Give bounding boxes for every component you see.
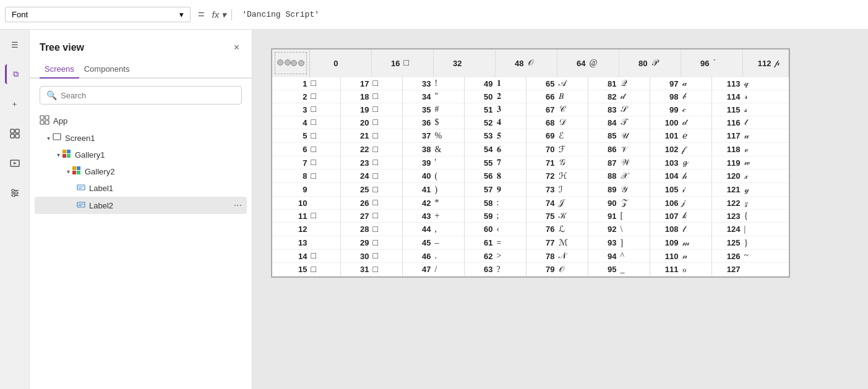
table-row-10-col-7-num: 122 (712, 197, 743, 210)
table-row-3-col-5-char: 𝒮 (619, 103, 650, 116)
table-row-6-col-1-num: 22 (341, 143, 372, 156)
screen-icon (53, 133, 61, 143)
table-row-15-col-4-char: 𝒪 (557, 263, 588, 276)
close-button[interactable]: × (231, 40, 242, 56)
table-row-6-col-6-char: 𝒻 (681, 143, 712, 156)
table-row-2-col-4-char: 𝐵 (557, 90, 588, 103)
media-icon[interactable] (5, 153, 25, 173)
table-row-11: 11□27□43+59;75𝒦91[107𝓀123{ (272, 210, 789, 223)
table-row-7-col-3-char: 𝟕 (496, 156, 526, 169)
tree-item-screen1[interactable]: ▾ Screen1 (35, 130, 247, 147)
table-row-2-col-4-num: 66 (526, 90, 557, 103)
svg-rect-21 (77, 166, 80, 170)
collapse-toggle-gallery2[interactable]: ▾ (67, 168, 70, 175)
tree-header: Tree view × (30, 30, 252, 61)
table-row-5-col-4-char: ℰ (557, 129, 588, 143)
formula-bar[interactable]: 'Dancing Script' (237, 10, 863, 19)
table-row-15-col-1-char: □ (372, 263, 403, 276)
tree-item-app[interactable]: App (35, 112, 247, 130)
font-dropdown-label: Font (12, 10, 28, 19)
table-row-5-col-6-num: 101 (650, 129, 681, 143)
table-row-10-col-7-char: 𝓏 (743, 197, 774, 210)
collapse-toggle-screen1[interactable]: ▾ (47, 135, 50, 142)
svg-rect-24 (77, 185, 85, 190)
table-row-13-col-5-char: ] (619, 236, 650, 250)
table-row-10-col-1-num: 26 (341, 197, 372, 210)
insert-icon[interactable]: + (5, 94, 25, 114)
content-area: 016□3248𝒪64@80𝒫96`112𝓅1□17□33!49𝟏65𝒜81𝒬9… (252, 30, 868, 389)
hamburger-icon[interactable]: ☰ (5, 35, 25, 54)
table-row-15-col-7-num: 127 (712, 263, 743, 276)
table-row-12-col-7-char: | (743, 223, 774, 236)
advanced-tools-icon[interactable] (5, 183, 25, 203)
table-row-14-col-5-num: 94 (588, 250, 619, 263)
table-row-2-col-2-char: " (434, 90, 465, 103)
table-row-4-col-7-char: 𝓉 (743, 116, 774, 129)
table-row-12-col-2-char: , (434, 223, 465, 236)
table-row-8-col-6-char: 𝒽 (681, 169, 712, 183)
more-options-button[interactable]: ··· (234, 200, 242, 211)
table-row-10-col-5-num: 90 (588, 197, 619, 210)
tab-screens[interactable]: Screens (40, 61, 79, 79)
label1-icon (77, 183, 85, 194)
table-row-14-col-2-num: 46 (403, 250, 434, 263)
svg-rect-3 (15, 134, 19, 138)
table-row-12-col-1-num: 28 (341, 223, 372, 236)
tab-components[interactable]: Components (79, 61, 135, 79)
table-row-6-col-5-char: 𝒱 (619, 143, 650, 156)
layers-icon[interactable]: ⧉ (5, 64, 25, 84)
table-row-8-col-0-num: 8 (272, 169, 310, 183)
tree-item-gallery1[interactable]: ▾ Gallery1 (35, 147, 247, 163)
table-row-0-col-2-char (465, 49, 496, 77)
svg-rect-17 (67, 150, 71, 153)
table-row-9-col-1-char: □ (372, 183, 403, 197)
table-row-9-col-4-char: ℐ (557, 183, 588, 197)
table-row-7-col-7-num: 119 (712, 156, 743, 169)
table-row-2-col-2-num: 34 (403, 90, 434, 103)
tree-item-label1[interactable]: Label1 (35, 180, 247, 197)
table-row-13-col-3-char: = (496, 236, 526, 250)
table-row-3-col-0-num: 3 (272, 103, 310, 116)
tree-item-gallery2[interactable]: ▾ Gallery2 (35, 163, 247, 180)
table-row-12-col-2-num: 44 (403, 223, 434, 236)
table-row-1-col-4-num: 65 (526, 77, 557, 90)
collapse-toggle-gallery1[interactable]: ▾ (57, 152, 60, 158)
table-row-2-col-5-num: 82 (588, 90, 619, 103)
table-row-4-col-4-num: 68 (526, 116, 557, 129)
table-row-0-col-6-char: ` (712, 49, 743, 77)
table-row-8-col-2-char: ( (434, 169, 465, 183)
fx-button[interactable]: fx ▾ (212, 9, 233, 20)
table-row-13-col-1-char: □ (372, 236, 403, 250)
table-row-8-col-1-char: □ (372, 169, 403, 183)
svg-rect-19 (67, 154, 71, 158)
table-row-1-col-5-char: 𝒬 (619, 77, 650, 90)
table-row-7-col-2-char: ' (434, 156, 465, 169)
table-row-14-col-7-num: 126 (712, 250, 743, 263)
font-table: 016□3248𝒪64@80𝒫96`112𝓅1□17□33!49𝟏65𝒜81𝒬9… (271, 48, 790, 278)
table-row-15-col-5-char: _ (619, 263, 650, 276)
svg-rect-27 (77, 202, 85, 207)
table-row-13-col-4-char: ℳ (557, 236, 588, 250)
table-row-10-col-4-num: 74 (526, 197, 557, 210)
svg-rect-1 (15, 129, 19, 133)
tree-items: App ▾ Screen1 ▾ (30, 112, 252, 389)
fx-chevron-icon: ▾ (221, 9, 226, 20)
character-table: 016□3248𝒪64@80𝒫96`112𝓅1□17□33!49𝟏65𝒜81𝒬9… (272, 49, 789, 276)
table-row-11-col-6-num: 107 (650, 210, 681, 223)
table-row-2-col-0-num: 2 (272, 90, 310, 103)
table-row-14-col-4-char: 𝒩 (557, 250, 588, 263)
table-row-3-col-6-char: 𝒸 (681, 103, 712, 116)
search-icon: 🔍 (46, 90, 57, 100)
table-row-13-col-5-num: 93 (588, 236, 619, 250)
font-dropdown[interactable]: Font ▾ (5, 7, 191, 22)
table-row-4-col-3-num: 52 (465, 116, 496, 129)
search-input[interactable] (61, 91, 235, 100)
svg-rect-16 (62, 150, 66, 153)
table-row-6-col-4-num: 70 (526, 143, 557, 156)
svg-rect-22 (72, 171, 76, 174)
tree-item-label2[interactable]: Label2 ··· (35, 197, 247, 214)
table-row-14-col-2-char: . (434, 250, 465, 263)
table-row-6-col-1-char: □ (372, 143, 403, 156)
table-row-9-col-0-num: 9 (272, 183, 310, 197)
component-icon[interactable] (5, 124, 25, 143)
